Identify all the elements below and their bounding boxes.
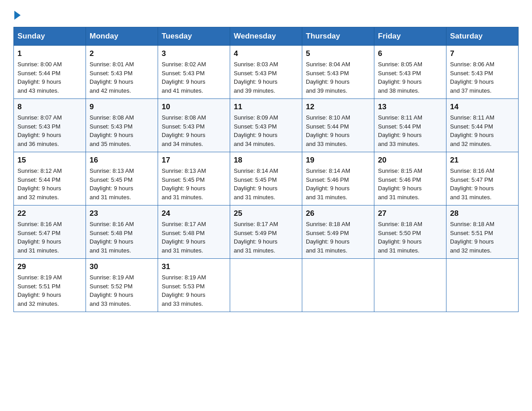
day-number: 9 [90,103,154,111]
day-info: Sunrise: 8:17 AMSunset: 5:49 PMDaylight:… [234,220,298,255]
calendar-cell: 28Sunrise: 8:18 AMSunset: 5:51 PMDayligh… [446,206,519,259]
calendar-cell: 24Sunrise: 8:17 AMSunset: 5:48 PMDayligh… [158,206,230,259]
day-number: 11 [234,103,298,111]
day-info: Sunrise: 8:11 AMSunset: 5:44 PMDaylight:… [450,113,515,148]
calendar-cell: 9Sunrise: 8:08 AMSunset: 5:43 PMDaylight… [86,99,158,152]
day-info: Sunrise: 8:09 AMSunset: 5:43 PMDaylight:… [234,113,298,148]
calendar-cell: 4Sunrise: 8:03 AMSunset: 5:43 PMDaylight… [230,46,302,99]
calendar-cell: 15Sunrise: 8:12 AMSunset: 5:44 PMDayligh… [14,152,86,206]
calendar-cell: 22Sunrise: 8:16 AMSunset: 5:47 PMDayligh… [14,206,86,259]
day-number: 5 [306,49,370,58]
calendar-cell [446,259,519,312]
day-number: 4 [234,49,298,58]
day-number: 30 [90,262,154,271]
weekday-header-tuesday: Tuesday [158,27,230,46]
page-header [13,9,519,18]
day-info: Sunrise: 8:14 AMSunset: 5:46 PMDaylight:… [306,167,370,201]
day-info: Sunrise: 8:18 AMSunset: 5:49 PMDaylight:… [306,220,370,255]
day-number: 2 [90,49,154,58]
calendar-cell: 13Sunrise: 8:11 AMSunset: 5:44 PMDayligh… [374,99,446,152]
day-info: Sunrise: 8:00 AMSunset: 5:44 PMDaylight:… [17,60,82,95]
calendar-cell: 30Sunrise: 8:19 AMSunset: 5:52 PMDayligh… [86,259,158,312]
day-number: 14 [450,103,515,111]
calendar-cell: 11Sunrise: 8:09 AMSunset: 5:43 PMDayligh… [230,99,302,152]
day-number: 12 [306,103,370,111]
calendar-cell: 3Sunrise: 8:02 AMSunset: 5:43 PMDaylight… [158,46,230,99]
day-number: 10 [162,103,226,111]
day-number: 23 [90,209,154,218]
calendar-cell: 10Sunrise: 8:08 AMSunset: 5:43 PMDayligh… [158,99,230,152]
day-info: Sunrise: 8:13 AMSunset: 5:45 PMDaylight:… [90,167,154,201]
weekday-header-saturday: Saturday [446,27,519,46]
calendar-cell [374,259,446,312]
day-info: Sunrise: 8:05 AMSunset: 5:43 PMDaylight:… [378,60,442,95]
day-number: 27 [378,209,442,218]
day-number: 25 [234,209,298,218]
day-info: Sunrise: 8:16 AMSunset: 5:48 PMDaylight:… [90,220,154,255]
calendar-cell: 1Sunrise: 8:00 AMSunset: 5:44 PMDaylight… [14,46,86,99]
calendar-cell: 27Sunrise: 8:18 AMSunset: 5:50 PMDayligh… [374,206,446,259]
day-number: 24 [162,209,226,218]
calendar-cell: 8Sunrise: 8:07 AMSunset: 5:43 PMDaylight… [14,99,86,152]
day-info: Sunrise: 8:14 AMSunset: 5:45 PMDaylight:… [234,167,298,201]
calendar-cell: 26Sunrise: 8:18 AMSunset: 5:49 PMDayligh… [302,206,374,259]
day-info: Sunrise: 8:07 AMSunset: 5:43 PMDaylight:… [17,113,82,148]
day-number: 19 [306,156,370,165]
day-info: Sunrise: 8:19 AMSunset: 5:53 PMDaylight:… [162,273,226,308]
calendar-table: SundayMondayTuesdayWednesdayThursdayFrid… [13,27,519,312]
day-number: 21 [450,156,515,165]
day-number: 8 [17,103,82,111]
day-info: Sunrise: 8:18 AMSunset: 5:51 PMDaylight:… [450,220,515,255]
day-info: Sunrise: 8:02 AMSunset: 5:43 PMDaylight:… [162,60,226,95]
calendar-cell: 20Sunrise: 8:15 AMSunset: 5:46 PMDayligh… [374,152,446,206]
day-info: Sunrise: 8:04 AMSunset: 5:43 PMDaylight:… [306,60,370,95]
day-number: 6 [378,49,442,58]
weekday-header-wednesday: Wednesday [230,27,302,46]
day-info: Sunrise: 8:08 AMSunset: 5:43 PMDaylight:… [162,113,226,148]
day-number: 31 [162,262,226,271]
calendar-cell [230,259,302,312]
calendar-cell: 12Sunrise: 8:10 AMSunset: 5:44 PMDayligh… [302,99,374,152]
day-info: Sunrise: 8:19 AMSunset: 5:52 PMDaylight:… [90,273,154,308]
day-number: 16 [90,156,154,165]
logo-arrow-icon [14,11,21,20]
calendar-cell: 18Sunrise: 8:14 AMSunset: 5:45 PMDayligh… [230,152,302,206]
day-info: Sunrise: 8:12 AMSunset: 5:44 PMDaylight:… [17,167,82,201]
calendar-cell: 29Sunrise: 8:19 AMSunset: 5:51 PMDayligh… [14,259,86,312]
day-number: 15 [17,156,82,165]
weekday-header-thursday: Thursday [302,27,374,46]
day-number: 26 [306,209,370,218]
calendar-cell: 16Sunrise: 8:13 AMSunset: 5:45 PMDayligh… [86,152,158,206]
day-info: Sunrise: 8:17 AMSunset: 5:48 PMDaylight:… [162,220,226,255]
calendar-cell: 2Sunrise: 8:01 AMSunset: 5:43 PMDaylight… [86,46,158,99]
day-info: Sunrise: 8:01 AMSunset: 5:43 PMDaylight:… [90,60,154,95]
calendar-cell: 25Sunrise: 8:17 AMSunset: 5:49 PMDayligh… [230,206,302,259]
day-info: Sunrise: 8:10 AMSunset: 5:44 PMDaylight:… [306,113,370,148]
day-info: Sunrise: 8:13 AMSunset: 5:45 PMDaylight:… [162,167,226,201]
calendar-cell: 31Sunrise: 8:19 AMSunset: 5:53 PMDayligh… [158,259,230,312]
day-info: Sunrise: 8:19 AMSunset: 5:51 PMDaylight:… [17,273,82,308]
calendar-cell: 6Sunrise: 8:05 AMSunset: 5:43 PMDaylight… [374,46,446,99]
day-info: Sunrise: 8:06 AMSunset: 5:43 PMDaylight:… [450,60,515,95]
day-info: Sunrise: 8:15 AMSunset: 5:46 PMDaylight:… [378,167,442,201]
day-number: 20 [378,156,442,165]
weekday-header-sunday: Sunday [14,27,86,46]
weekday-header-friday: Friday [374,27,446,46]
day-info: Sunrise: 8:16 AMSunset: 5:47 PMDaylight:… [17,220,82,255]
day-number: 13 [378,103,442,111]
calendar-cell: 19Sunrise: 8:14 AMSunset: 5:46 PMDayligh… [302,152,374,206]
day-info: Sunrise: 8:08 AMSunset: 5:43 PMDaylight:… [90,113,154,148]
calendar-cell: 14Sunrise: 8:11 AMSunset: 5:44 PMDayligh… [446,99,519,152]
day-number: 28 [450,209,515,218]
day-number: 29 [17,262,82,271]
logo [13,9,21,18]
day-info: Sunrise: 8:18 AMSunset: 5:50 PMDaylight:… [378,220,442,255]
day-info: Sunrise: 8:03 AMSunset: 5:43 PMDaylight:… [234,60,298,95]
day-number: 3 [162,49,226,58]
calendar-cell [302,259,374,312]
day-info: Sunrise: 8:11 AMSunset: 5:44 PMDaylight:… [378,113,442,148]
day-number: 22 [17,209,82,218]
calendar-cell: 21Sunrise: 8:16 AMSunset: 5:47 PMDayligh… [446,152,519,206]
day-number: 17 [162,156,226,165]
day-number: 1 [17,49,82,58]
